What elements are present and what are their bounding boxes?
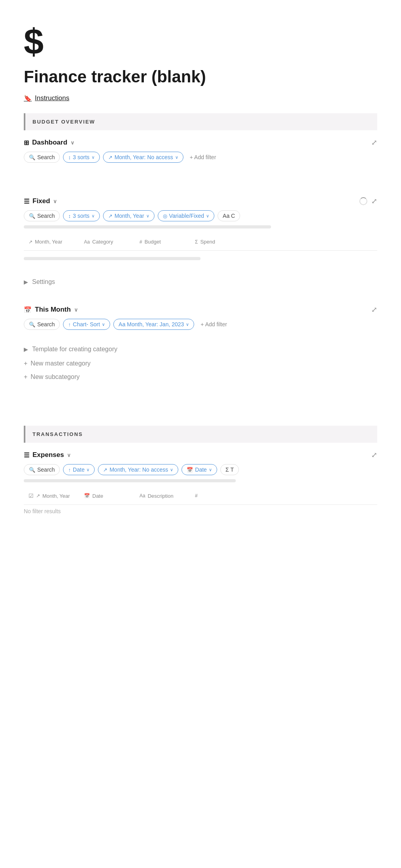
month-year-jan-label: Aa Month, Year: Jan, 2023 <box>118 321 184 327</box>
expenses-filter-arrow-icon: ↗ <box>103 467 107 473</box>
expenses-table-icon: ☰ <box>24 451 29 459</box>
dashboard-sorts-chip[interactable]: ↕ 3 sorts ∨ <box>63 152 100 163</box>
expenses-view-title[interactable]: ☰ Expenses ∨ <box>24 451 71 459</box>
this-month-view-title[interactable]: 📅 This Month ∨ <box>24 306 78 314</box>
expenses-sigma-label: Σ T <box>225 466 234 473</box>
this-month-chevron-icon: ∨ <box>74 307 78 313</box>
dashboard-search-chip[interactable]: 🔍 Search <box>24 152 60 163</box>
month-year-jan-chevron-icon: ∨ <box>186 322 189 327</box>
expenses-search-icon: 🔍 <box>29 467 35 473</box>
expenses-col-arrow-icon: ↗ <box>36 493 40 499</box>
fixed-search-chip[interactable]: 🔍 Search <box>24 210 60 221</box>
expenses-view: ☰ Expenses ∨ ⤢ 🔍 Search ↑ Date ∨ ↗ <box>24 451 377 518</box>
template-toggle[interactable]: ▶ Template for creating category <box>24 342 377 357</box>
settings-chevron-right-icon: ▶ <box>24 279 28 285</box>
calendar-icon: 📅 <box>24 306 32 314</box>
new-subcategory-row[interactable]: + New subcategory <box>24 370 377 384</box>
template-chevron-icon: ▶ <box>24 346 28 352</box>
expenses-month-year-chip[interactable]: ↗ Month, Year: No access ∨ <box>98 464 178 475</box>
fixed-aa-chip[interactable]: Aa C <box>218 210 240 221</box>
expenses-col-hash: # <box>190 491 246 501</box>
fixed-variable-chevron-icon: ∨ <box>206 213 209 219</box>
expenses-date-label: Date <box>195 466 207 473</box>
add-filter-label: + Add filter <box>190 154 216 160</box>
expenses-col-calendar-icon: 📅 <box>84 493 90 499</box>
dashboard-label: Dashboard <box>32 139 67 147</box>
dashboard-grid-icon: ⊞ <box>24 139 29 147</box>
template-label: Template for creating category <box>32 346 117 353</box>
expenses-table-header: ☑ ↗ Month, Year 📅 Date Aa Description # <box>24 487 377 505</box>
fixed-aa-label: Aa C <box>223 213 235 219</box>
chart-sort-label: Chart- Sort <box>73 321 100 327</box>
fixed-label: Fixed <box>32 197 50 205</box>
page-icon: $ <box>24 24 377 59</box>
fixed-month-year-chip[interactable]: ↗ Month, Year ∨ <box>103 210 155 221</box>
settings-toggle[interactable]: ▶ Settings <box>24 274 377 289</box>
expenses-date-sort-chip[interactable]: ↑ Date ∨ <box>63 464 95 475</box>
instructions-label: Instructions <box>35 94 69 102</box>
expenses-search-chip[interactable]: 🔍 Search <box>24 464 60 475</box>
expenses-expand-icon[interactable]: ⤢ <box>371 451 377 459</box>
sorts-icon: ↕ <box>68 154 71 160</box>
new-master-plus-icon: + <box>24 360 27 367</box>
col-category: Aa Category <box>79 236 135 247</box>
dashboard-expand-icon[interactable]: ⤢ <box>371 138 377 147</box>
fixed-filter-bar: 🔍 Search ↕ 3 sorts ∨ ↗ Month, Year ∨ ◎ V… <box>24 210 377 221</box>
table-scroll-bar-top[interactable] <box>24 225 271 228</box>
this-month-add-filter[interactable]: + Add filter <box>197 319 230 329</box>
fixed-sorts-chip[interactable]: ↕ 3 sorts ∨ <box>63 210 100 221</box>
sorts-chevron-icon: ∨ <box>92 155 95 160</box>
expenses-date-sort-label: Date <box>73 466 85 473</box>
expenses-sigma-chip[interactable]: Σ T <box>220 464 239 475</box>
fixed-variable-label: Variable/Fixed <box>169 213 204 219</box>
col-category-label: Category <box>92 239 113 245</box>
expenses-date-chip[interactable]: 📅 Date ∨ <box>181 464 217 475</box>
dashboard-search-label: Search <box>37 154 55 160</box>
instructions-link[interactable]: 🔖 Instructions <box>24 94 377 102</box>
expenses-col-aa-icon: Aa <box>139 493 145 499</box>
month-year-jan-chip[interactable]: Aa Month, Year: Jan, 2023 ∨ <box>113 319 194 330</box>
dashboard-chevron-icon: ∨ <box>71 140 74 146</box>
this-month-view: 📅 This Month ∨ ⤢ 🔍 Search ↑ Chart- Sort … <box>24 305 377 384</box>
fixed-expand-icon[interactable]: ⤢ <box>371 197 377 206</box>
expenses-col-description: Aa Description <box>135 491 190 501</box>
this-month-add-filter-label: + Add filter <box>200 321 227 327</box>
new-sub-plus-icon: + <box>24 373 27 381</box>
col-spend-label: Spend <box>200 239 215 245</box>
fixed-search-label: Search <box>37 213 55 219</box>
fixed-sorts-chevron-icon: ∨ <box>92 213 95 219</box>
no-results-text: No filter results <box>24 505 377 518</box>
chart-sort-icon: ↑ <box>68 322 71 327</box>
col-month-year-label: Month, Year <box>35 239 62 245</box>
dashboard-view-title[interactable]: ⊞ Dashboard ∨ <box>24 139 74 147</box>
expenses-col-date: 📅 Date <box>79 491 135 501</box>
chart-sort-chip[interactable]: ↑ Chart- Sort ∨ <box>63 319 110 330</box>
col-budget: # Budget <box>135 236 190 247</box>
col-arrow-icon: ↗ <box>29 239 32 245</box>
col-hash-icon: # <box>139 239 142 245</box>
filter-chevron-icon: ∨ <box>175 155 178 160</box>
new-master-category-row[interactable]: + New master category <box>24 357 377 370</box>
table-scroll-bar-bottom[interactable] <box>24 257 200 260</box>
checkbox-icon: ☑ <box>29 493 34 499</box>
this-month-expand-icon[interactable]: ⤢ <box>371 305 377 314</box>
fixed-table-header: ↗ Month, Year Aa Category # Budget Σ Spe… <box>24 233 377 251</box>
expenses-label: Expenses <box>32 451 64 459</box>
expenses-date-chevron-icon: ∨ <box>209 467 212 472</box>
fixed-view-title[interactable]: ☰ Fixed ∨ <box>24 197 57 205</box>
expenses-col-date-label: Date <box>92 493 103 499</box>
search-icon: 🔍 <box>29 154 35 160</box>
col-sigma-icon: Σ <box>195 239 198 245</box>
this-month-search-chip[interactable]: 🔍 Search <box>24 319 60 330</box>
expenses-month-year-label: Month, Year: No access <box>109 466 168 473</box>
fixed-variable-chip[interactable]: ◎ Variable/Fixed ∨ <box>158 210 214 221</box>
table-icon: ☰ <box>24 198 29 205</box>
expenses-scroll-bar[interactable] <box>24 479 236 482</box>
fixed-sorts-icon: ↕ <box>68 213 71 219</box>
dashboard-filter-chip[interactable]: ↗ Month, Year: No access ∨ <box>103 152 183 163</box>
expenses-date-sort-chevron-icon: ∨ <box>86 467 90 472</box>
expenses-col-description-label: Description <box>148 493 174 499</box>
dashboard-filter-bar: 🔍 Search ↕ 3 sorts ∨ ↗ Month, Year: No a… <box>24 152 377 163</box>
this-month-filter-bar: 🔍 Search ↑ Chart- Sort ∨ Aa Month, Year:… <box>24 319 377 330</box>
dashboard-add-filter[interactable]: + Add filter <box>187 152 220 162</box>
